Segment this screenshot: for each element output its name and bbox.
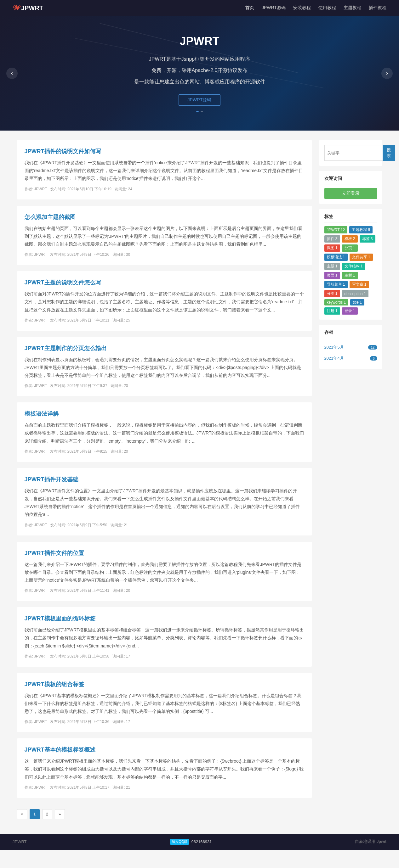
articles-section: JPWRT插件的说明文件如何写 我们在《JPWRT插件开发基础》一文里面使用系统… <box>17 140 312 824</box>
article-excerpt: 这一篇我们来介绍一下JPWRT的插件，要学习插件的制作，首先我们需要了解插件存放… <box>25 561 304 585</box>
pagination-prev[interactable]: « <box>17 809 27 819</box>
qq-icon: 加入QQ群 <box>170 839 189 845</box>
nav-install[interactable]: 安装教程 <box>293 5 311 11</box>
article-card: JPWRT主题的说明文件怎么写 我们前面对JPWRT的插件开发的位方面进行了较为… <box>17 271 312 331</box>
tag-item[interactable]: 写文章 1 <box>349 281 369 288</box>
hero-next-button[interactable]: › <box>381 68 393 79</box>
article-card: 怎么添加主题的截图 我们在初始主题的页面，可以看到每个主题都会显示一张表示这个主… <box>17 206 312 265</box>
article-meta: 作者: JPWRT 发布时间: 2021年5月8日 上午11:41 访问量: 2… <box>25 588 304 593</box>
footer-qq: 加入QQ群 962166931 <box>170 839 211 845</box>
archive-count: 6 <box>370 356 377 361</box>
pagination-page-1[interactable]: 1 <box>30 809 40 819</box>
article-meta: 作者: JPWRT 发布时间: 2021年5月8日 上午10:36 访问量: 1… <box>25 719 304 724</box>
article-meta: 作者: JPWRT 发布时间: 2021年5月9日 下午9:15 访问量: 20 <box>25 449 304 454</box>
welcome-title: 欢迎访问 <box>324 176 377 184</box>
archives-widget: 存档 2021年5月122021年4月6 <box>319 325 382 369</box>
tag-item[interactable]: 插件 3 <box>324 235 340 243</box>
tag-item[interactable]: 模板语法 1 <box>324 254 348 261</box>
tag-item[interactable]: 页面 1 <box>324 272 340 279</box>
article-title[interactable]: JPWRT主题的说明文件怎么写 <box>25 279 304 286</box>
main-container: JPWRT插件的说明文件如何写 我们在《JPWRT插件开发基础》一文里面使用系统… <box>11 130 389 834</box>
archives-title: 存档 <box>324 330 377 338</box>
search-button[interactable]: 搜索 <box>382 145 395 161</box>
tag-item[interactable]: 标签 3 <box>360 235 375 243</box>
article-card: JPWRT插件文件的位置 这一篇我们来介绍一下JPWRT的插件，要学习插件的制作… <box>17 542 312 601</box>
sidebar: 搜索 欢迎访问 立即登录 标签 JPWRT 12主题教程 9插件 3模板 2标签… <box>319 140 382 824</box>
qq-number: 962166931 <box>191 839 211 844</box>
tag-item[interactable]: 主题教程 9 <box>349 226 373 234</box>
article-title[interactable]: JPWRT插件的说明文件如何写 <box>25 148 304 155</box>
article-meta: 作者: JPWRT 发布时间: 2021年5月9日 下午9:37 访问量: 20 <box>25 383 304 389</box>
article-author: 作者: JPWRT <box>25 187 47 191</box>
tag-item[interactable]: keywords 1 <box>324 299 349 306</box>
article-excerpt: 我们在制作列表显示页面的模板时，会遇到需要分页的情况，主题里面分页怎么实现呢？这… <box>25 356 304 380</box>
article-title[interactable]: JPWRT模板的组合标签 <box>25 681 304 688</box>
hero-cta-button[interactable]: JPWRT源码 <box>178 94 221 106</box>
tag-item[interactable]: title 1 <box>350 299 364 306</box>
article-title[interactable]: JPWRT主题制作的分页怎么输出 <box>25 344 304 352</box>
tag-item[interactable]: 分类 1 <box>324 290 340 297</box>
hero-subtitle: JPWRT是基于Jsnpp框架开发的网站应用程序 免费，开源，采用Apache-… <box>134 53 265 88</box>
pagination-page-2[interactable]: 2 <box>42 809 52 819</box>
tag-item[interactable]: 主题 1 <box>324 263 340 270</box>
nav-source[interactable]: JPWRT源码 <box>262 5 286 11</box>
article-title[interactable]: JPWRT插件文件的位置 <box>25 549 304 557</box>
nav-usage[interactable]: 使用教程 <box>318 5 336 11</box>
article-card: JPWRT模板的组合标签 我们在《JPWRT基本的模板标签概述》一文里面介绍了J… <box>17 673 312 733</box>
article-title[interactable]: JPWRT插件开发基础 <box>25 476 304 483</box>
hero-dots <box>196 111 203 112</box>
article-title[interactable]: JPWRT模板里面的循环标签 <box>25 615 304 622</box>
hero-title: JPWRT <box>180 35 220 48</box>
nav-plugin[interactable]: 插件教程 <box>369 5 387 11</box>
tags-title: 标签 <box>324 214 377 222</box>
nav-home[interactable]: 首页 <box>245 5 254 11</box>
article-card: JPWRT插件的说明文件如何写 我们在《JPWRT插件开发基础》一文里面使用系统… <box>17 140 312 199</box>
login-button[interactable]: 立即登录 <box>324 188 377 199</box>
tag-item[interactable]: 文件结构 1 <box>342 263 365 270</box>
tag-item[interactable]: 主栏 1 <box>342 272 358 279</box>
archive-link[interactable]: 2021年4月 <box>324 355 344 361</box>
archive-count: 12 <box>368 345 377 349</box>
article-excerpt: 我们在《JPWRT插件开发基础》一文里面使用系统自带的一个插件'notice'来… <box>25 159 304 183</box>
search-input[interactable] <box>324 145 382 161</box>
search-widget: 搜索 <box>319 140 382 166</box>
archive-item[interactable]: 2021年4月6 <box>324 353 377 364</box>
archive-item[interactable]: 2021年5月12 <box>324 342 377 353</box>
article-title[interactable]: 怎么添加主题的截图 <box>25 213 304 221</box>
article-excerpt: 我们前面对JPWRT的插件开发的位方面进行了较为详细的介绍，这一篇我们将介绍主题… <box>25 290 304 314</box>
article-meta: 作者: JPWRT 发布时间: 2021年5月9日 下午5:50 访问量: 21 <box>25 523 304 528</box>
article-title[interactable]: JPWRT基本的模板标签概述 <box>25 746 304 753</box>
hero-banner: ‹ JPWRT JPWRT是基于Jsnpp框架开发的网站应用程序 免费，开源，采… <box>0 16 399 130</box>
article-meta: 作者: JPWRT 发布时间: 2021年5月9日 下午10:11 访问量: 2… <box>25 318 304 323</box>
article-title[interactable]: 模板语法详解 <box>25 410 304 417</box>
article-meta: 作者: JPWRT 发布时间: 2021年5月9日 下午10:26 访问量: 3… <box>25 252 304 257</box>
nav-theme[interactable]: 主题教程 <box>344 5 361 11</box>
site-logo: 𝒲 JPWRT <box>12 4 43 12</box>
site-header: 𝒲 JPWRT 首页 JPWRT源码 安装教程 使用教程 主题教程 插件教程 <box>0 0 399 16</box>
icp-link[interactable]: 自豪地采用 Jpwrt <box>355 839 387 844</box>
tag-item[interactable]: description 1 <box>342 290 368 297</box>
article-card: JPWRT基本的模板标签概述 这一篇我们来介绍JPWRT模板里面的基本标签，我们… <box>17 738 312 798</box>
hero-subtitle-3: 是一款能让您建立出色的网站、博客或应用程序的开源软件 <box>134 77 265 87</box>
hero-prev-button[interactable]: ‹ <box>6 68 18 79</box>
article-card: JPWRT模板里面的循环标签 我们前面已经介绍了JPWRT模板里面的基本标签和组… <box>17 607 312 666</box>
article-excerpt: 这一篇我们来介绍JPWRT模板里面的基本标签，我们先来看一下基本标签的结构，先看… <box>25 757 304 781</box>
tag-item[interactable]: 注册 1 <box>324 307 340 315</box>
hero-dot-1 <box>196 111 199 112</box>
tag-item[interactable]: 截图 1 <box>324 244 340 252</box>
article-excerpt: 我们在初始主题的页面，可以看到每个主题都会显示一张表示这个主题的图片，以下面来说… <box>25 225 304 249</box>
archive-link[interactable]: 2021年5月 <box>324 344 344 350</box>
tag-item[interactable]: 导航菜单 1 <box>324 281 348 288</box>
tag-item[interactable]: 分页 1 <box>342 244 358 252</box>
tag-item[interactable]: 模板 2 <box>342 235 358 243</box>
hero-dot-2 <box>201 111 203 112</box>
tag-item[interactable]: JPWRT 12 <box>324 226 348 234</box>
tags-widget: 标签 JPWRT 12主题教程 9插件 3模板 2标签 3截图 1分页 1模板语… <box>319 209 382 320</box>
tag-item[interactable]: 登录 1 <box>342 307 358 315</box>
pagination-next[interactable]: » <box>55 809 65 819</box>
welcome-widget: 欢迎访问 立即登录 <box>319 171 382 204</box>
tag-item[interactable]: 文件共享 1 <box>349 254 373 261</box>
article-meta: 作者: JPWRT 发布时间: 2021年5月10日 下午10:19 访问量: … <box>25 187 304 192</box>
article-excerpt: 我们在《JPWRT插件文件的位置》一文里面介绍了JPWRT插件开发的最基本知识，… <box>25 487 304 519</box>
search-box: 搜索 <box>324 145 377 161</box>
